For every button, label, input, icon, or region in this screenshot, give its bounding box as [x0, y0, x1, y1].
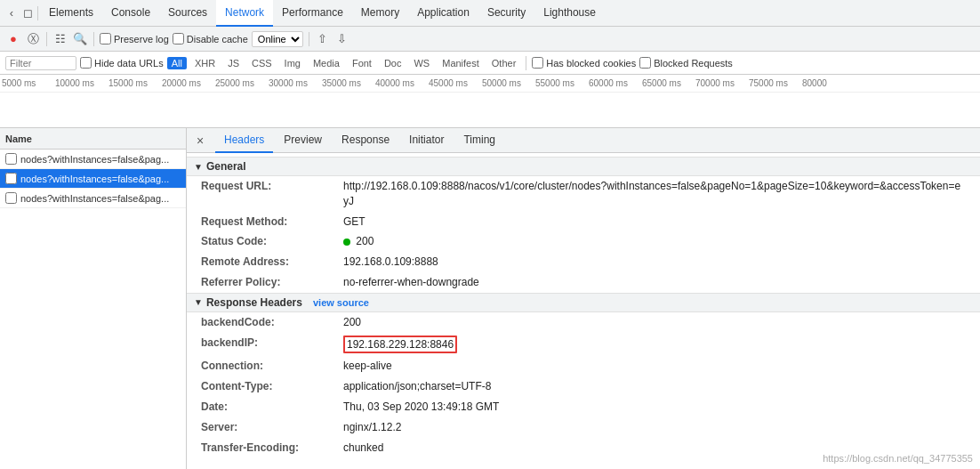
- tab-initiator[interactable]: Initiator: [400, 128, 453, 153]
- tab-security[interactable]: Security: [478, 0, 534, 27]
- throttle-select[interactable]: Online: [252, 31, 303, 47]
- tick-8: 45000 ms: [427, 78, 480, 88]
- tab-console[interactable]: Console: [102, 0, 159, 27]
- tab-memory[interactable]: Memory: [352, 0, 408, 27]
- content-type-row: Content-Type: application/json;charset=U…: [187, 376, 980, 397]
- separator: [37, 6, 38, 20]
- preserve-log-input[interactable]: [100, 33, 111, 44]
- tick-0: 5000 ms: [0, 78, 53, 88]
- main-content: Name nodes?withInstances=false&pag... no…: [0, 128, 980, 469]
- list-item-checkbox[interactable]: [5, 153, 17, 165]
- tab-performance[interactable]: Performance: [273, 0, 352, 27]
- tab-elements[interactable]: Elements: [40, 0, 102, 27]
- tab-preview[interactable]: Preview: [275, 128, 331, 153]
- filter-tab-font[interactable]: Font: [348, 57, 376, 69]
- separator: [93, 32, 94, 46]
- blocked-requests-input[interactable]: [639, 57, 651, 69]
- filter-tab-css[interactable]: CSS: [247, 57, 277, 69]
- list-item-checkbox[interactable]: [5, 192, 17, 204]
- filter-tab-all[interactable]: All: [167, 57, 187, 69]
- tab-lighthouse[interactable]: Lighthouse: [534, 0, 605, 27]
- network-list: Name nodes?withInstances=false&pag... no…: [0, 128, 187, 469]
- backend-code-value: 200: [343, 315, 361, 330]
- top-tab-bar: ‹ ◻ Elements Console Sources Network Per…: [0, 0, 980, 27]
- list-item-selected[interactable]: nodes?withInstances=false&pag...: [0, 169, 186, 189]
- referrer-policy-value: no-referrer-when-downgrade: [343, 275, 479, 290]
- separator: [526, 56, 526, 70]
- detail-content: ▼ General Request URL: http://192.168.0.…: [187, 153, 980, 461]
- hide-data-urls-input[interactable]: [80, 57, 92, 69]
- tick-9: 50000 ms: [480, 78, 534, 88]
- server-label: Server:: [201, 420, 343, 435]
- separator: [46, 32, 47, 46]
- request-method-row: Request Method: GET: [187, 212, 980, 232]
- general-section-header[interactable]: ▼ General: [187, 157, 980, 176]
- request-method-value: GET: [343, 214, 365, 230]
- connection-label: Connection:: [201, 359, 343, 374]
- filter-tab-js[interactable]: JS: [223, 57, 244, 69]
- separator: [309, 32, 309, 46]
- tick-4: 25000 ms: [213, 78, 267, 88]
- tab-response[interactable]: Response: [333, 128, 398, 153]
- server-value: nginx/1.12.2: [343, 420, 401, 435]
- request-method-label: Request Method:: [201, 214, 343, 230]
- filter-tab-manifest[interactable]: Manifest: [438, 57, 484, 69]
- disable-cache-checkbox[interactable]: Disable cache: [173, 33, 248, 44]
- clear-icon[interactable]: Ⓧ: [25, 31, 41, 47]
- tick-2: 15000 ms: [107, 78, 160, 88]
- timeline-ruler: 5000 ms 10000 ms 15000 ms 20000 ms 25000…: [0, 75, 980, 93]
- list-item-checkbox[interactable]: [5, 173, 17, 184]
- view-source-link[interactable]: view source: [313, 297, 369, 308]
- tab-headers[interactable]: Headers: [215, 128, 273, 153]
- detail-panel: × Headers Preview Response Initiator Tim…: [187, 128, 980, 469]
- filter-tab-xhr[interactable]: XHR: [190, 57, 220, 69]
- tick-6: 35000 ms: [320, 78, 374, 88]
- general-section-label: General: [206, 160, 246, 173]
- net-list-header: Name: [0, 128, 186, 150]
- record-icon[interactable]: ●: [5, 31, 21, 47]
- tick-7: 40000 ms: [374, 78, 427, 88]
- tab-sources[interactable]: Sources: [159, 0, 216, 27]
- tab-application[interactable]: Application: [408, 0, 478, 27]
- filter-icon[interactable]: ☷: [52, 31, 68, 47]
- timeline: 5000 ms 10000 ms 15000 ms 20000 ms 25000…: [0, 75, 980, 128]
- disable-cache-input[interactable]: [173, 33, 184, 44]
- filter-tab-doc[interactable]: Doc: [380, 57, 406, 69]
- network-toolbar: ● Ⓧ ☷ 🔍 Preserve log Disable cache Onlin…: [0, 27, 980, 52]
- request-url-label: Request URL:: [201, 179, 343, 209]
- has-blocked-cookies-input[interactable]: [532, 57, 543, 69]
- search-icon[interactable]: 🔍: [72, 31, 88, 47]
- date-row: Date: Thu, 03 Sep 2020 13:49:18 GMT: [187, 397, 980, 417]
- hide-data-urls-checkbox[interactable]: Hide data URLs: [80, 57, 164, 69]
- blocked-requests-checkbox[interactable]: Blocked Requests: [639, 57, 733, 69]
- arrow-back-icon[interactable]: ‹: [4, 5, 20, 21]
- preserve-log-checkbox[interactable]: Preserve log: [100, 33, 169, 44]
- filter-tab-ws[interactable]: WS: [409, 57, 434, 69]
- content-type-label: Content-Type:: [201, 379, 343, 394]
- filter-tab-media[interactable]: Media: [309, 57, 344, 69]
- response-headers-section-header[interactable]: ▼ Response Headers view source: [187, 293, 980, 312]
- watermark: https://blog.csdn.net/qq_34775355: [823, 453, 973, 464]
- tab-timing[interactable]: Timing: [454, 128, 504, 153]
- date-value: Thu, 03 Sep 2020 13:49:18 GMT: [343, 400, 499, 415]
- tick-10: 55000 ms: [534, 78, 587, 88]
- list-item-text: nodes?withInstances=false&pag...: [20, 174, 169, 184]
- tick-3: 20000 ms: [160, 78, 213, 88]
- date-label: Date:: [201, 400, 343, 415]
- list-item[interactable]: nodes?withInstances=false&pag...: [0, 189, 186, 208]
- filter-input[interactable]: [5, 56, 76, 70]
- has-blocked-cookies-checkbox[interactable]: Has blocked cookies: [532, 57, 636, 69]
- import-icon[interactable]: ⇧: [315, 31, 331, 47]
- status-code-text: 200: [356, 235, 374, 247]
- filter-tab-img[interactable]: Img: [280, 57, 305, 69]
- remote-address-label: Remote Address:: [201, 255, 343, 270]
- close-icon[interactable]: ×: [192, 133, 208, 149]
- connection-row: Connection: keep-alive: [187, 356, 980, 376]
- panel-toggle-icon[interactable]: ◻: [20, 5, 36, 21]
- status-code-row: Status Code: 200: [187, 231, 980, 252]
- tab-network[interactable]: Network: [216, 0, 273, 27]
- referrer-policy-row: Referrer Policy: no-referrer-when-downgr…: [187, 272, 980, 293]
- list-item[interactable]: nodes?withInstances=false&pag...: [0, 150, 186, 169]
- filter-tab-other[interactable]: Other: [487, 57, 521, 69]
- export-icon[interactable]: ⇩: [334, 31, 350, 47]
